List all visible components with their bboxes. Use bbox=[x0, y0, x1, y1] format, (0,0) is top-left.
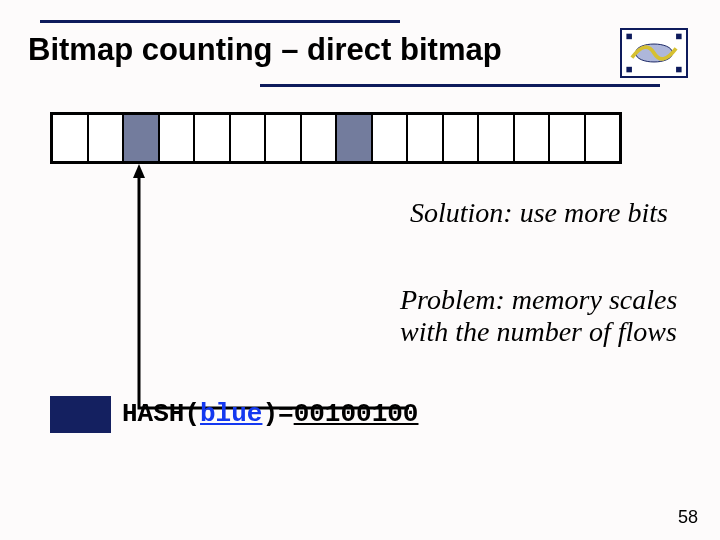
svg-rect-2 bbox=[626, 67, 632, 73]
hash-color-swatch bbox=[50, 396, 111, 433]
svg-rect-0 bbox=[626, 34, 632, 40]
hash-expression: HASH(blue)=00100100 bbox=[122, 399, 418, 429]
slide-title: Bitmap counting – direct bitmap bbox=[28, 32, 502, 68]
decorative-icon bbox=[620, 28, 688, 78]
svg-rect-1 bbox=[676, 34, 682, 40]
hash-arrow bbox=[34, 164, 414, 422]
hash-value: 00100100 bbox=[294, 399, 419, 429]
bitmap-cell bbox=[337, 115, 373, 161]
hash-argument: blue bbox=[200, 399, 262, 429]
bitmap-cell bbox=[160, 115, 196, 161]
bitmap-cell bbox=[124, 115, 160, 161]
problem-text: Problem: memory scales with the number o… bbox=[400, 284, 690, 348]
bitmap-cell bbox=[515, 115, 551, 161]
svg-rect-3 bbox=[676, 67, 682, 73]
bitmap-cell bbox=[408, 115, 444, 161]
bitmap-cell bbox=[444, 115, 480, 161]
header-rule-top bbox=[40, 20, 400, 23]
hash-mid: )= bbox=[262, 399, 293, 429]
page-number: 58 bbox=[678, 507, 698, 528]
bitmap-cell bbox=[550, 115, 586, 161]
bitmap-array bbox=[50, 112, 622, 164]
bitmap-cell bbox=[266, 115, 302, 161]
hash-prefix: HASH( bbox=[122, 399, 200, 429]
bitmap-cell bbox=[586, 115, 620, 161]
header-rule-bottom bbox=[260, 84, 660, 87]
bitmap-cell bbox=[479, 115, 515, 161]
bitmap-cell bbox=[89, 115, 125, 161]
bitmap-cell bbox=[302, 115, 338, 161]
bitmap-cell bbox=[53, 115, 89, 161]
bitmap-cell bbox=[195, 115, 231, 161]
bitmap-cell bbox=[231, 115, 267, 161]
solution-text: Solution: use more bits bbox=[410, 197, 690, 229]
bitmap-cell bbox=[373, 115, 409, 161]
